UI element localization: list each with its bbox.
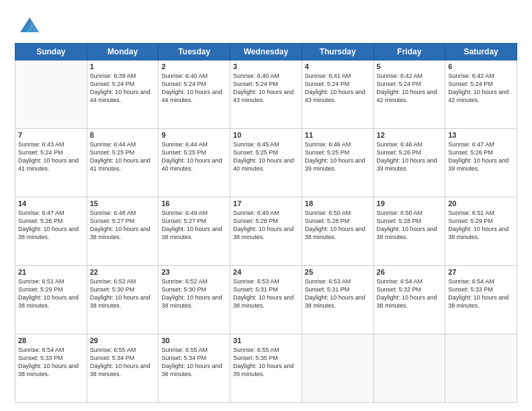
day-info: Sunrise: 6:53 AMSunset: 5:31 PMDaylight:… — [233, 277, 299, 310]
day-number: 4 — [305, 62, 371, 71]
day-number: 20 — [448, 199, 514, 208]
day-number: 31 — [233, 336, 299, 345]
day-info: Sunrise: 6:43 AMSunset: 5:24 PMDaylight:… — [18, 140, 84, 173]
calendar-day-header: Tuesday — [159, 44, 230, 60]
day-info: Sunrise: 6:42 AMSunset: 5:24 PMDaylight:… — [448, 72, 514, 105]
calendar-day-header: Thursday — [302, 44, 373, 60]
calendar-cell: 31Sunrise: 6:55 AMSunset: 5:35 PMDayligh… — [230, 334, 302, 403]
calendar-day-header: Saturday — [445, 44, 517, 60]
calendar-cell: 14Sunrise: 6:47 AMSunset: 5:26 PMDayligh… — [15, 197, 87, 266]
calendar-week-row: 21Sunrise: 6:51 AMSunset: 5:29 PMDayligh… — [15, 266, 517, 334]
day-info: Sunrise: 6:54 AMSunset: 5:32 PMDaylight:… — [377, 277, 443, 310]
day-number: 22 — [90, 268, 156, 276]
day-number: 9 — [161, 131, 227, 139]
day-info: Sunrise: 6:54 AMSunset: 5:33 PMDaylight:… — [448, 277, 514, 310]
calendar-cell: 21Sunrise: 6:51 AMSunset: 5:29 PMDayligh… — [15, 266, 87, 334]
calendar-cell: 17Sunrise: 6:49 AMSunset: 5:28 PMDayligh… — [230, 197, 302, 266]
day-info: Sunrise: 6:50 AMSunset: 5:28 PMDaylight:… — [377, 209, 443, 242]
day-number: 21 — [18, 268, 84, 276]
calendar-week-row: 28Sunrise: 6:54 AMSunset: 5:33 PMDayligh… — [15, 334, 517, 403]
day-info: Sunrise: 6:40 AMSunset: 5:24 PMDaylight:… — [233, 72, 299, 105]
day-number: 10 — [233, 131, 299, 139]
day-info: Sunrise: 6:53 AMSunset: 5:31 PMDaylight:… — [305, 277, 371, 310]
day-info: Sunrise: 6:40 AMSunset: 5:24 PMDaylight:… — [161, 72, 227, 105]
day-number: 7 — [18, 131, 84, 139]
day-number: 19 — [377, 199, 443, 208]
day-info: Sunrise: 6:55 AMSunset: 5:35 PMDaylight:… — [233, 346, 299, 379]
calendar-cell: 7Sunrise: 6:43 AMSunset: 5:24 PMDaylight… — [15, 129, 87, 197]
day-info: Sunrise: 6:44 AMSunset: 5:25 PMDaylight:… — [161, 140, 227, 173]
day-info: Sunrise: 6:51 AMSunset: 5:29 PMDaylight:… — [448, 209, 514, 242]
calendar-cell: 30Sunrise: 6:55 AMSunset: 5:34 PMDayligh… — [159, 334, 230, 403]
calendar-cell: 16Sunrise: 6:49 AMSunset: 5:27 PMDayligh… — [159, 197, 230, 266]
day-number: 17 — [233, 199, 299, 208]
calendar-cell: 29Sunrise: 6:55 AMSunset: 5:34 PMDayligh… — [87, 334, 159, 403]
day-info: Sunrise: 6:41 AMSunset: 5:24 PMDaylight:… — [305, 72, 371, 105]
day-info: Sunrise: 6:47 AMSunset: 5:26 PMDaylight:… — [448, 140, 514, 173]
calendar-cell: 11Sunrise: 6:46 AMSunset: 5:25 PMDayligh… — [302, 129, 373, 197]
day-number: 27 — [448, 268, 514, 276]
day-number: 6 — [448, 62, 514, 71]
calendar-cell — [302, 334, 373, 403]
day-number: 30 — [161, 336, 227, 345]
day-number: 16 — [161, 199, 227, 208]
calendar-cell: 18Sunrise: 6:50 AMSunset: 5:28 PMDayligh… — [302, 197, 373, 266]
day-info: Sunrise: 6:42 AMSunset: 5:24 PMDaylight:… — [377, 72, 443, 105]
day-number: 24 — [233, 268, 299, 276]
calendar-week-row: 14Sunrise: 6:47 AMSunset: 5:26 PMDayligh… — [15, 197, 517, 266]
day-number: 3 — [233, 62, 299, 71]
day-info: Sunrise: 6:46 AMSunset: 5:25 PMDaylight:… — [305, 140, 371, 173]
page-header — [15, 12, 517, 38]
calendar-cell: 27Sunrise: 6:54 AMSunset: 5:33 PMDayligh… — [445, 266, 517, 334]
calendar-day-header: Monday — [87, 44, 159, 60]
calendar-cell: 4Sunrise: 6:41 AMSunset: 5:24 PMDaylight… — [302, 60, 373, 129]
day-info: Sunrise: 6:52 AMSunset: 5:30 PMDaylight:… — [161, 277, 227, 310]
calendar-cell: 10Sunrise: 6:45 AMSunset: 5:25 PMDayligh… — [230, 129, 302, 197]
day-number: 28 — [18, 336, 84, 345]
day-info: Sunrise: 6:49 AMSunset: 5:27 PMDaylight:… — [161, 209, 227, 242]
calendar-cell: 5Sunrise: 6:42 AMSunset: 5:24 PMDaylight… — [373, 60, 445, 129]
calendar-cell: 24Sunrise: 6:53 AMSunset: 5:31 PMDayligh… — [230, 266, 302, 334]
day-info: Sunrise: 6:55 AMSunset: 5:34 PMDaylight:… — [90, 346, 156, 379]
day-number: 1 — [90, 62, 156, 71]
calendar-cell: 12Sunrise: 6:46 AMSunset: 5:26 PMDayligh… — [373, 129, 445, 197]
calendar-cell: 1Sunrise: 6:39 AMSunset: 5:24 PMDaylight… — [87, 60, 159, 129]
day-number: 13 — [448, 131, 514, 139]
calendar-cell — [373, 334, 445, 403]
calendar-cell: 22Sunrise: 6:52 AMSunset: 5:30 PMDayligh… — [87, 266, 159, 334]
day-number: 11 — [305, 131, 371, 139]
day-number: 29 — [90, 336, 156, 345]
logo — [15, 12, 47, 38]
day-info: Sunrise: 6:55 AMSunset: 5:34 PMDaylight:… — [161, 346, 227, 379]
calendar-header-row: SundayMondayTuesdayWednesdayThursdayFrid… — [15, 44, 517, 60]
day-number: 5 — [377, 62, 443, 71]
day-info: Sunrise: 6:48 AMSunset: 5:27 PMDaylight:… — [90, 209, 156, 242]
calendar-cell: 13Sunrise: 6:47 AMSunset: 5:26 PMDayligh… — [445, 129, 517, 197]
calendar-week-row: 7Sunrise: 6:43 AMSunset: 5:24 PMDaylight… — [15, 129, 517, 197]
calendar-cell — [445, 334, 517, 403]
calendar-cell: 3Sunrise: 6:40 AMSunset: 5:24 PMDaylight… — [230, 60, 302, 129]
day-info: Sunrise: 6:52 AMSunset: 5:30 PMDaylight:… — [90, 277, 156, 310]
day-info: Sunrise: 6:47 AMSunset: 5:26 PMDaylight:… — [18, 209, 84, 242]
logo-icon — [15, 12, 44, 38]
calendar-cell: 2Sunrise: 6:40 AMSunset: 5:24 PMDaylight… — [159, 60, 230, 129]
day-number: 8 — [90, 131, 156, 139]
day-info: Sunrise: 6:51 AMSunset: 5:29 PMDaylight:… — [18, 277, 84, 310]
day-info: Sunrise: 6:50 AMSunset: 5:28 PMDaylight:… — [305, 209, 371, 242]
calendar-cell: 25Sunrise: 6:53 AMSunset: 5:31 PMDayligh… — [302, 266, 373, 334]
day-number: 15 — [90, 199, 156, 208]
day-info: Sunrise: 6:45 AMSunset: 5:25 PMDaylight:… — [233, 140, 299, 173]
day-info: Sunrise: 6:46 AMSunset: 5:26 PMDaylight:… — [377, 140, 443, 173]
day-number: 2 — [161, 62, 227, 71]
calendar-day-header: Wednesday — [230, 44, 302, 60]
day-info: Sunrise: 6:54 AMSunset: 5:33 PMDaylight:… — [18, 346, 84, 379]
calendar-day-header: Sunday — [15, 44, 87, 60]
calendar-day-header: Friday — [373, 44, 445, 60]
day-info: Sunrise: 6:49 AMSunset: 5:28 PMDaylight:… — [233, 209, 299, 242]
calendar-cell: 28Sunrise: 6:54 AMSunset: 5:33 PMDayligh… — [15, 334, 87, 403]
calendar-week-row: 1Sunrise: 6:39 AMSunset: 5:24 PMDaylight… — [15, 60, 517, 129]
calendar-cell: 26Sunrise: 6:54 AMSunset: 5:32 PMDayligh… — [373, 266, 445, 334]
calendar-cell: 6Sunrise: 6:42 AMSunset: 5:24 PMDaylight… — [445, 60, 517, 129]
day-number: 12 — [377, 131, 443, 139]
calendar-cell: 15Sunrise: 6:48 AMSunset: 5:27 PMDayligh… — [87, 197, 159, 266]
